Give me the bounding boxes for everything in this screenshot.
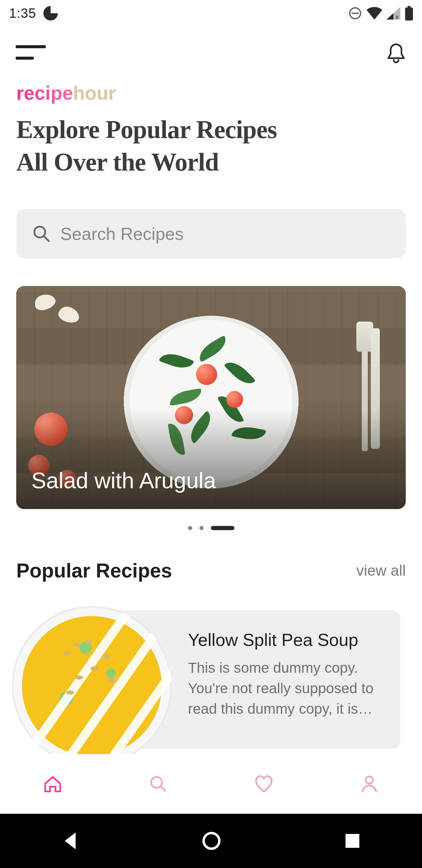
bottom-nav [0,754,422,814]
notifications-icon[interactable] [386,42,406,64]
logo-part1: recipe [16,82,73,104]
page-headline: Explore Popular Recipes All Over the Wor… [16,113,406,178]
battery-icon [404,6,414,21]
svg-point-13 [204,833,219,849]
hero-slide-title: Salad with Arugula [31,468,216,493]
svg-text:x: x [395,13,398,20]
recipe-card[interactable]: Yellow Split Pea Soup This is some dummy… [16,610,406,749]
hero-carousel-slide[interactable]: Salad with Arugula [16,286,406,509]
status-left: 1:35 [9,5,59,21]
svg-rect-14 [346,834,359,848]
back-button[interactable] [61,831,79,851]
menu-icon[interactable] [16,44,44,63]
recipe-title: Yellow Split Pea Soup [188,629,391,650]
wifi-icon [366,7,382,20]
svg-point-12 [366,776,373,784]
svg-line-9 [44,236,49,241]
android-nav-bar [0,814,422,868]
popular-recipes-heading: Popular Recipes [16,559,172,582]
status-right: x [348,6,414,21]
carousel-dot[interactable] [188,526,192,530]
cellular-icon: x [386,7,400,20]
content-scroll[interactable]: recipehour Explore Popular Recipes All O… [0,80,422,754]
nav-home[interactable] [41,772,65,796]
app-topbar [0,27,422,80]
carousel-dot[interactable] [199,526,204,530]
nav-search[interactable] [146,772,170,796]
svg-rect-5 [405,7,413,21]
search-bar[interactable] [16,209,406,258]
recipe-description: This is some dummy copy. You're not real… [188,658,391,719]
app-logo: recipehour [16,82,406,104]
recents-button[interactable] [344,832,361,849]
search-icon [28,224,55,243]
logo-part2: hour [73,82,116,104]
section-header: Popular Recipes view all [16,559,406,582]
carousel-indicator [16,526,406,530]
app-region: recipehour Explore Popular Recipes All O… [0,27,422,814]
svg-line-11 [161,786,165,791]
status-time: 1:35 [9,6,36,21]
app-badge-icon [43,5,59,21]
dnd-icon [348,6,362,21]
svg-rect-4 [408,6,411,7]
home-button[interactable] [201,831,222,851]
recipe-text: Yellow Split Pea Soup This is some dummy… [188,629,391,719]
search-input[interactable] [60,224,394,244]
nav-profile[interactable] [357,772,381,796]
android-status-bar: 1:35 x [0,0,422,27]
carousel-dot-active[interactable] [211,526,234,530]
view-all-link[interactable]: view all [356,562,406,579]
nav-favorites[interactable] [252,772,276,796]
